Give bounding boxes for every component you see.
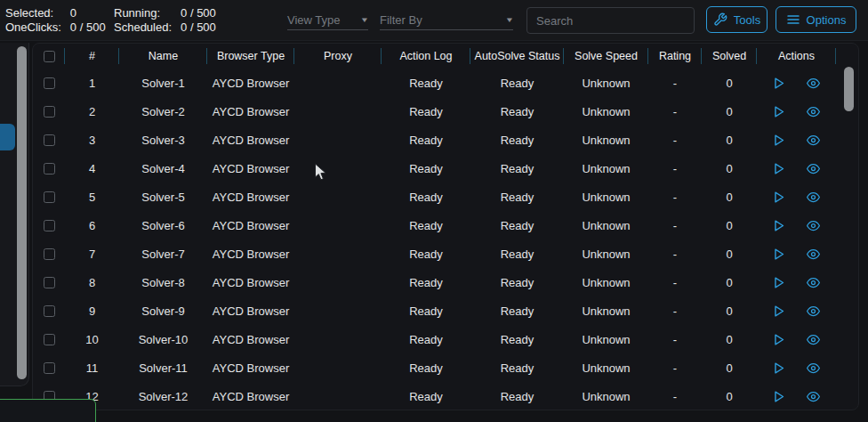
- row-checkbox[interactable]: [44, 277, 55, 288]
- tools-button[interactable]: Tools: [706, 6, 768, 33]
- play-icon[interactable]: [771, 247, 786, 262]
- play-icon[interactable]: [771, 304, 786, 319]
- play-icon[interactable]: [771, 389, 786, 404]
- solver-table-panel: # Name Browser Type Proxy Action Log Aut…: [32, 43, 859, 410]
- eye-icon[interactable]: [805, 77, 822, 90]
- play-icon[interactable]: [771, 190, 786, 205]
- filter-by-select[interactable]: Filter By ▼: [380, 11, 513, 30]
- play-icon[interactable]: [771, 332, 786, 347]
- selected-value: 0: [70, 6, 106, 20]
- eye-icon[interactable]: [805, 105, 822, 118]
- row-solve-speed: Unknown: [564, 248, 648, 261]
- row-checkbox[interactable]: [44, 134, 55, 146]
- column-header-actions[interactable]: Actions: [757, 44, 836, 69]
- table-row: 5Solver-5AYCD BrowserReadyReadyUnknown-0: [33, 183, 858, 211]
- eye-icon[interactable]: [805, 304, 822, 318]
- play-icon[interactable]: [771, 133, 786, 148]
- row-checkbox[interactable]: [44, 362, 55, 374]
- row-browser-type: AYCD Browser: [207, 191, 294, 204]
- row-name: Solver-7: [119, 248, 207, 261]
- row-number: 6: [65, 219, 119, 232]
- row-number: 11: [65, 361, 119, 375]
- row-solved: 0: [702, 105, 757, 118]
- row-name: Solver-3: [119, 134, 207, 147]
- row-autosolve-status: Ready: [470, 248, 564, 261]
- eye-icon[interactable]: [805, 191, 822, 204]
- options-button[interactable]: Options: [776, 6, 856, 33]
- column-header-autosolve-status[interactable]: AutoSolve Status: [470, 44, 564, 69]
- row-solved: 0: [702, 276, 757, 289]
- row-checkbox[interactable]: [44, 248, 55, 260]
- view-type-select[interactable]: View Type ▼: [287, 11, 368, 30]
- row-checkbox[interactable]: [44, 220, 55, 231]
- row-checkbox[interactable]: [44, 106, 55, 118]
- row-rating: -: [648, 219, 702, 232]
- eye-icon[interactable]: [805, 134, 822, 147]
- row-action-log: Ready: [382, 219, 470, 232]
- row-number: 9: [65, 304, 119, 318]
- eye-icon[interactable]: [805, 219, 822, 232]
- column-header-number[interactable]: #: [65, 44, 119, 69]
- row-rating: -: [648, 134, 702, 147]
- play-icon[interactable]: [771, 104, 786, 119]
- row-autosolve-status: Ready: [470, 134, 564, 147]
- column-header-browser-type[interactable]: Browser Type: [207, 44, 294, 69]
- row-solve-speed: Unknown: [564, 134, 648, 147]
- column-header-action-log[interactable]: Action Log: [382, 44, 470, 69]
- row-solved: 0: [702, 304, 757, 318]
- table-body: 1Solver-1AYCD BrowserReadyReadyUnknown-0…: [33, 69, 858, 410]
- play-icon[interactable]: [771, 76, 786, 91]
- row-number: 7: [65, 248, 119, 261]
- eye-icon[interactable]: [805, 162, 822, 175]
- eye-icon[interactable]: [805, 276, 822, 289]
- column-header-name[interactable]: Name: [119, 44, 207, 69]
- eye-icon[interactable]: [805, 333, 822, 346]
- row-checkbox[interactable]: [44, 305, 55, 317]
- column-header-proxy[interactable]: Proxy: [294, 44, 382, 69]
- row-browser-type: AYCD Browser: [207, 276, 294, 289]
- row-solve-speed: Unknown: [564, 105, 648, 118]
- row-checkbox[interactable]: [44, 191, 55, 203]
- play-icon[interactable]: [771, 218, 786, 233]
- row-autosolve-status: Ready: [470, 191, 564, 204]
- table-row: 4Solver-4AYCD BrowserReadyReadyUnknown-0: [33, 154, 858, 183]
- column-header-solve-speed[interactable]: Solve Speed: [564, 44, 648, 69]
- column-header-solved[interactable]: Solved: [702, 44, 757, 69]
- play-icon[interactable]: [771, 361, 786, 376]
- table-row: 6Solver-6AYCD BrowserReadyReadyUnknown-0: [33, 211, 858, 239]
- row-action-log: Ready: [382, 77, 470, 90]
- eye-icon[interactable]: [805, 248, 822, 261]
- select-all-checkbox[interactable]: [44, 51, 55, 62]
- row-browser-type: AYCD Browser: [207, 390, 294, 403]
- column-header-rating[interactable]: Rating: [648, 44, 702, 69]
- row-action-log: Ready: [382, 191, 470, 204]
- eye-icon[interactable]: [805, 361, 822, 375]
- row-number: 10: [65, 333, 119, 346]
- search-input[interactable]: [526, 7, 695, 34]
- play-icon[interactable]: [771, 161, 786, 176]
- row-autosolve-status: Ready: [470, 162, 564, 175]
- eye-icon[interactable]: [805, 390, 822, 403]
- chevron-down-icon: ▼: [360, 16, 369, 24]
- row-solve-speed: Unknown: [564, 77, 648, 90]
- play-icon[interactable]: [771, 275, 786, 290]
- row-solve-speed: Unknown: [564, 219, 648, 232]
- row-browser-type: AYCD Browser: [207, 248, 294, 261]
- scheduled-label: Scheduled:: [114, 20, 172, 34]
- row-action-log: Ready: [382, 390, 470, 403]
- filter-by-label: Filter By: [380, 13, 422, 27]
- row-solved: 0: [702, 361, 757, 375]
- row-solved: 0: [702, 191, 757, 204]
- sidebar-expand-tab[interactable]: [0, 124, 15, 150]
- row-checkbox[interactable]: [44, 163, 55, 174]
- left-scrollbar-thumb[interactable]: [17, 46, 27, 379]
- row-solve-speed: Unknown: [564, 361, 648, 375]
- row-browser-type: AYCD Browser: [207, 219, 294, 232]
- row-checkbox[interactable]: [44, 334, 55, 345]
- table-scrollbar-thumb[interactable]: [844, 67, 854, 111]
- row-browser-type: AYCD Browser: [207, 77, 294, 90]
- row-name: Solver-4: [119, 162, 207, 175]
- row-name: Solver-9: [119, 304, 207, 318]
- row-checkbox[interactable]: [44, 77, 55, 89]
- row-number: 3: [65, 134, 119, 147]
